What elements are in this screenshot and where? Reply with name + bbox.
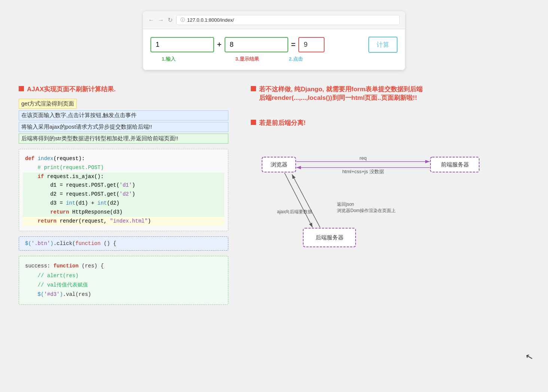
svg-text:浏览器Dom操作渲染在页面上: 浏览器Dom操作渲染在页面上 [337,208,396,213]
diagram-svg: 浏览器 前端服务器 req html+css+js 没数据 后端服务器 ajax… [251,135,498,262]
code-line1: def index(request): [25,156,85,162]
code-line3-block: if request.is_ajax(): d1 = request.POST.… [23,172,224,217]
plus-operator: + [217,40,222,49]
result-field[interactable] [298,37,325,52]
code-line5: d2 = request.POST.get('d2') [25,191,135,197]
back-button[interactable]: ← [148,17,154,24]
red-square-icon-2 [251,86,256,91]
code-line8: return render(request, "index.html") [25,218,151,224]
lock-icon: ⓘ [180,17,185,23]
right-column: 若不这样做, 纯Django, 就需要用form表单提交数据到后端 后端rend… [251,85,498,310]
label-input: 1.输入 [162,56,176,62]
code-block-3: success: function (res) { // alert(res) … [19,256,228,305]
right-heading1-text: 若不这样做, 纯Django, 就需要用form表单提交数据到后端 后端rend… [259,85,423,102]
right-heading1: 若不这样做, 纯Django, 就需要用form表单提交数据到后端 后端rend… [251,85,498,102]
svg-text:ajax向后端要数据: ajax向后端要数据 [277,209,312,214]
reload-button[interactable]: ↻ [168,16,173,24]
code-line8-block: return render(request, "index.html") [23,217,224,226]
main-content: AJAX实现页面不刷新计算结果. get方式渲染得到页面 在该页面输入数字,点击… [11,85,537,310]
code-line6: d3 = int(d1) + int(d2) [25,200,119,206]
desc-line3: 将输入采用ajax的post请求方式异步提交数据给后端!! [19,122,228,132]
code2-text: $('.btn').click(function () { [25,241,116,246]
browser-window: ← → ↻ ⓘ 127.0.0.1:8000/index/ + = 计算 1.输… [143,11,405,70]
desc-line4: 后端将得到的str类型数据进行转型相加处理,并返回给前端页面!! [19,134,228,144]
code-line7: return HttpResponse(d3) [25,209,122,215]
code-line4: d1 = request.POST.get('d1') [25,182,135,188]
code-block-1: def index(request): # print(request.POST… [19,149,228,231]
browser-content: + = 计算 1.输入 3.显示结果 2.点击 [143,29,405,70]
input2-field[interactable] [225,37,288,52]
url-text: 127.0.0.1:8000/index/ [187,17,234,23]
label-click: 2.点击 [289,56,303,62]
browser-toolbar: ← → ↻ ⓘ 127.0.0.1:8000/index/ [143,11,405,29]
code3-line4: $('#d3').val(res) [25,291,91,297]
right-heading2: 若是前后端分离! [251,119,498,127]
red-square-icon [19,86,24,91]
calc-form: + = 计算 [150,37,398,53]
code3-line2: // alert(res) [25,273,79,279]
calc-labels: 1.输入 3.显示结果 2.点击 [150,56,398,62]
left-heading: AJAX实现页面不刷新计算结果. [19,85,228,94]
svg-line-12 [292,174,320,227]
description-lines: get方式渲染得到页面 在该页面输入数字,点击计算按钮,触发点击事件 将输入采用… [19,99,228,144]
svg-text:前端服务器: 前端服务器 [441,161,469,168]
code-block-2: $('.btn').click(function () { [19,236,228,251]
svg-line-10 [284,173,313,227]
calc-button[interactable]: 计算 [368,37,398,53]
svg-text:html+css+js 没数据: html+css+js 没数据 [342,169,384,174]
code-line2: # print(request.POST) [25,165,104,171]
code3-line3: // val传值代表赋值 [25,282,88,288]
code-line3: if request.is_ajax(): [25,174,104,180]
left-heading-text: AJAX实现页面不刷新计算结果. [27,85,116,94]
equals-operator: = [291,40,296,49]
svg-text:req: req [360,155,367,161]
desc-line2: 在该页面输入数字,点击计算按钮,触发点击事件 [19,110,228,120]
input1-field[interactable] [150,37,214,52]
forward-button[interactable]: → [158,17,164,24]
cursor-icon: ↖ [524,351,535,363]
desc-line1: get方式渲染得到页面 [19,99,77,109]
right-heading2-text: 若是前后端分离! [259,119,306,127]
svg-text:返回json: 返回json [337,202,354,207]
svg-text:后端服务器: 后端服务器 [316,234,344,241]
left-column: AJAX实现页面不刷新计算结果. get方式渲染得到页面 在该页面输入数字,点击… [19,85,228,310]
diagram-area: 浏览器 前端服务器 req html+css+js 没数据 后端服务器 ajax… [251,135,498,262]
label-result: 3.显示结果 [235,56,259,62]
svg-text:浏览器: 浏览器 [271,161,287,168]
red-square-icon-3 [251,120,256,125]
code3-line1: success: function (res) { [25,263,104,269]
url-bar: ⓘ 127.0.0.1:8000/index/ [176,15,400,25]
